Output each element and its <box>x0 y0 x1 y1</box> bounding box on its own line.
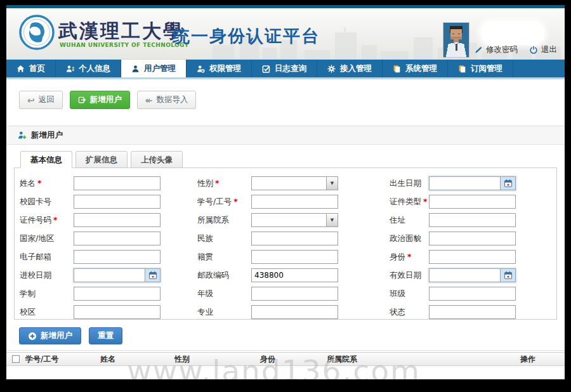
campus-card-no-input[interactable] <box>74 195 161 209</box>
dropdown-arrow-icon[interactable]: ▼ <box>326 177 338 190</box>
name-input[interactable] <box>74 176 161 190</box>
required-asterisk: * <box>215 178 220 188</box>
country-region-input[interactable] <box>74 232 161 245</box>
calendar-icon[interactable] <box>500 268 516 282</box>
power-icon <box>529 46 538 55</box>
status-input[interactable] <box>429 305 516 319</box>
add-user-toolbar-button[interactable]: 新增用户 <box>70 91 130 109</box>
submit-add-user-button[interactable]: 新增用户 <box>19 327 81 344</box>
field-label-address: 住址 <box>390 215 429 226</box>
select-value <box>252 177 326 190</box>
form-tabs: 基本信息扩展信息上传头像 <box>20 151 565 168</box>
field-country-region <box>74 232 197 245</box>
field-label-name: 姓名* <box>20 178 74 189</box>
id-type-input[interactable] <box>429 195 516 209</box>
gear-icon <box>327 65 336 73</box>
campus-input[interactable] <box>74 305 161 319</box>
field-valid-date <box>429 268 525 282</box>
tab-basic-info[interactable]: 基本信息 <box>20 151 72 168</box>
column-header-1: 学号/工号 <box>25 353 100 365</box>
reset-label: 重置 <box>98 330 114 341</box>
app-window: 武漢理工大學 WUHAN UNIVERSITY OF TECHNOLOGY 统一… <box>6 5 565 379</box>
field-id-type <box>429 195 525 209</box>
home-icon <box>16 65 25 73</box>
ethnicity-input[interactable] <box>251 232 338 245</box>
column-header-6: 操作 <box>520 353 565 365</box>
field-label-valid-date: 有效日期 <box>390 270 429 281</box>
select-all-checkbox[interactable] <box>12 355 20 363</box>
back-button[interactable]: ↩ 返回 <box>19 91 63 109</box>
data-import-button[interactable]: ↞ 数据导入 <box>137 91 197 109</box>
study-length-input[interactable] <box>74 287 161 301</box>
tab-extended-info[interactable]: 扩展信息 <box>75 151 128 168</box>
calendar-icon[interactable] <box>500 176 516 190</box>
field-label-identity: 身份* <box>390 252 429 263</box>
required-asterisk: * <box>37 178 42 188</box>
logout-link[interactable]: 退出 <box>529 44 557 55</box>
nav-item-profile[interactable]: 个人信息 <box>56 60 121 77</box>
change-password-link[interactable]: 修改密码 <box>475 44 518 55</box>
department-select[interactable]: ▼ <box>251 213 338 227</box>
email-input[interactable] <box>74 250 161 264</box>
reset-button[interactable]: 重置 <box>89 327 122 344</box>
nav-item-log-query[interactable]: 日志查询 <box>252 60 317 77</box>
field-gender: ▼ <box>251 176 390 190</box>
platform-title: 统一身份认证平台 <box>173 25 320 48</box>
required-asterisk: * <box>233 197 238 206</box>
plus-circle-icon <box>28 332 37 341</box>
gender-select[interactable]: ▼ <box>251 176 338 190</box>
nav-item-home[interactable]: 首页 <box>6 60 56 77</box>
field-major <box>251 305 390 319</box>
back-button-label: 返回 <box>39 95 55 105</box>
username-redaction <box>481 21 544 45</box>
field-label-campus: 校区 <box>20 307 74 318</box>
nav-item-label: 接入管理 <box>340 63 372 74</box>
field-name <box>74 176 197 190</box>
submit-add-user-label: 新增用户 <box>41 330 72 341</box>
id-number-input[interactable] <box>74 213 161 227</box>
field-campus-card-no <box>74 195 197 209</box>
field-status <box>429 305 525 319</box>
column-header-2: 姓名 <box>100 353 174 365</box>
field-label-class: 班级 <box>390 289 429 299</box>
political-status-input[interactable] <box>429 232 516 245</box>
toolbar: ↩ 返回 新增用户 ↞ 数据导入 <box>6 79 565 126</box>
valid-date-input[interactable] <box>429 268 500 282</box>
birth-date-input[interactable] <box>429 176 500 190</box>
nav-item-subscription-management[interactable]: 订阅管理 <box>448 60 513 77</box>
field-label-postal-code: 邮政编码 <box>197 270 251 281</box>
field-label-id-number: 证件号码* <box>20 215 74 226</box>
field-label-entry-date: 进校日期 <box>20 270 74 281</box>
nav-item-user-management[interactable]: 用户管理 <box>121 60 187 77</box>
field-label-study-length: 学制 <box>20 289 74 299</box>
postal-code-input[interactable] <box>251 268 338 282</box>
calendar-icon[interactable] <box>145 268 161 282</box>
header-links: 修改密码 退出 <box>475 44 557 55</box>
add-user-person-icon <box>18 131 27 140</box>
field-label-student-no: 学号/工号* <box>197 197 251 207</box>
field-label-email: 电子邮箱 <box>20 252 74 263</box>
identity-input[interactable] <box>429 250 516 264</box>
nav-item-system-management[interactable]: 系统管理 <box>383 60 448 77</box>
student-no-input[interactable] <box>251 195 338 209</box>
main-nav: 首页个人信息用户管理权限管理日志查询接入管理系统管理订阅管理 <box>6 60 565 77</box>
native-place-input[interactable] <box>251 250 338 264</box>
field-entry-date <box>74 268 197 282</box>
basic-info-panel: 姓名*性别*▼出生日期校园卡号学号/工号*证件类型*证件号码*所属院系▼住址国家… <box>14 167 557 320</box>
tab-upload-avatar[interactable]: 上传头像 <box>131 151 183 168</box>
address-input[interactable] <box>429 213 516 227</box>
field-native-place <box>251 250 390 264</box>
field-political-status <box>429 232 525 245</box>
major-input[interactable] <box>251 305 338 319</box>
field-label-ethnicity: 民族 <box>197 233 251 244</box>
class-input[interactable] <box>429 287 516 301</box>
grade-input[interactable] <box>251 287 338 301</box>
entry-date-input[interactable] <box>74 268 145 282</box>
nav-item-permission-management[interactable]: 权限管理 <box>187 60 252 77</box>
field-postal-code <box>251 268 390 282</box>
pencil-icon <box>475 46 483 54</box>
nav-item-access-management[interactable]: 接入管理 <box>317 60 383 77</box>
dropdown-arrow-icon[interactable]: ▼ <box>326 214 338 226</box>
document-icon <box>458 65 466 73</box>
field-label-grade: 年级 <box>197 289 251 299</box>
